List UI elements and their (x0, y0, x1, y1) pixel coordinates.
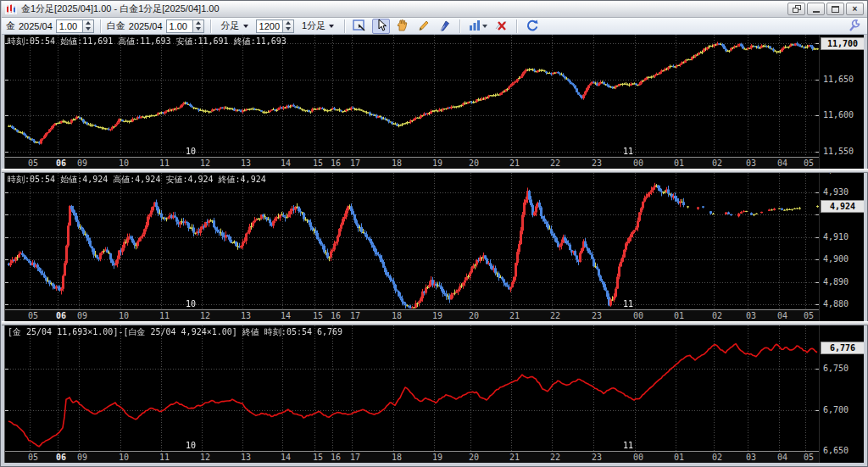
time-axis-label: 23 (586, 158, 608, 168)
settings-wrench-button[interactable] (845, 19, 863, 34)
date-boundary-label: 10 (177, 441, 196, 450)
pen-icon (437, 19, 453, 34)
spread-chart-canvas[interactable] (5, 325, 819, 451)
time-axis-label: 19 (426, 453, 448, 462)
time-axis-label: 02 (706, 158, 728, 168)
spread-chart-panel: [金 25/04 11,693×1.00]-[白金 25/04 4,924×1.… (4, 325, 864, 463)
time-axis-label: 18 (386, 158, 408, 168)
gold-current-price: 11,700 (821, 37, 864, 50)
gold-label: 金 (6, 19, 15, 32)
bar-period-dropdown[interactable]: 1分足 (298, 19, 338, 33)
time-axis-label: 21 (504, 158, 526, 168)
gold-chart-panel: 時刻:05:54 始値:11,691 高値:11,693 安値:11,691 終… (4, 35, 864, 169)
clear-drawings-button[interactable] (492, 19, 510, 34)
price-axis-label: 4,900 (823, 254, 849, 264)
platinum-current-price: 4,924 (821, 200, 864, 213)
refresh-button[interactable] (523, 19, 541, 34)
refresh-icon (525, 19, 540, 34)
bar-count-spin-buttons[interactable] (282, 20, 293, 32)
date-boundary-label: 11 (615, 147, 633, 156)
price-axis-label: 4,880 (823, 299, 849, 309)
maximize-button[interactable] (826, 3, 844, 15)
price-axis-label: 4,890 (823, 277, 849, 286)
bar-type-value: 分足 (221, 19, 240, 32)
time-axis-label: 04 (771, 158, 793, 168)
select-cursor-button[interactable] (372, 19, 390, 34)
price-axis-label: 6,750 (823, 364, 849, 373)
pan-hand-button[interactable] (393, 19, 411, 34)
time-axis-label: 11 (153, 158, 175, 168)
price-axis-label: 6,650 (823, 446, 849, 455)
time-axis-label: 14 (275, 158, 297, 168)
time-axis-label: 13 (235, 311, 257, 320)
time-axis-label: 00 (627, 453, 649, 462)
time-axis-label: 22 (544, 453, 566, 462)
time-axis-label: 14 (275, 311, 297, 320)
time-axis-label: 00 (627, 158, 649, 168)
chart-type-caret (482, 25, 487, 28)
time-axis-label: 13 (235, 158, 257, 168)
time-axis-label: 13 (235, 453, 257, 462)
toolbar: 金 2025/04 1.00 白金 2025/04 1.00 分足 1200 1… (2, 18, 867, 35)
pencil-icon (416, 19, 431, 34)
time-axis-label: 20 (463, 311, 485, 320)
time-axis-label: 14 (275, 453, 297, 462)
time-axis-label: 23 (586, 453, 608, 462)
time-axis-label: 00 (627, 311, 649, 320)
pan-hand-icon (395, 19, 410, 34)
chart-type-button[interactable] (466, 19, 489, 34)
price-axis-label: 4,930 (823, 187, 849, 197)
platinum-ohlc-readout: 時刻:05:54 始値:4,924 高値:4,924 安値:4,924 終値:4… (8, 174, 266, 186)
gold-chart-canvas[interactable] (5, 35, 819, 157)
date-boundary-label: 11 (615, 299, 633, 309)
time-axis-label: 17 (344, 158, 366, 168)
time-axis-label: 04 (771, 453, 793, 462)
time-axis-label: 01 (668, 311, 690, 320)
spread-formula-readout: [金 25/04 11,693×1.00]-[白金 25/04 4,924×1.… (8, 326, 342, 338)
toolbar-separator (100, 19, 101, 33)
time-axis-label: 19 (426, 158, 448, 168)
zoom-range-button[interactable] (351, 19, 369, 34)
platinum-label: 白金 (107, 19, 125, 32)
close-button[interactable]: × (846, 3, 864, 15)
gold-multiplier-spinner[interactable]: 1.00 (56, 19, 94, 33)
toolbar-separator (344, 19, 345, 33)
date-boundary-label: 11 (615, 441, 633, 450)
time-axis-label: 22 (544, 311, 566, 320)
time-axis-label: 02 (706, 453, 728, 462)
bar-count-value[interactable]: 1200 (257, 20, 282, 32)
time-axis-label: 05 (22, 311, 44, 320)
platinum-chart-panel: 時刻:05:54 始値:4,924 高値:4,924 安値:4,924 終値:4… (4, 173, 864, 321)
bar-count-spinner[interactable]: 1200 (256, 19, 294, 33)
time-axis-label: 10 (113, 311, 135, 320)
spread-current-price: 6,776 (821, 342, 864, 354)
minimize-button[interactable] (807, 3, 825, 15)
time-axis-label: 03 (740, 158, 762, 168)
price-axis-label: 4,940 (823, 173, 849, 175)
platinum-chart-canvas[interactable] (5, 173, 819, 309)
pen-button[interactable] (436, 19, 453, 34)
time-axis-label: 11 (153, 453, 175, 462)
platinum-multiplier-value[interactable]: 1.00 (167, 20, 192, 32)
time-axis-label: 10 (113, 158, 135, 168)
cascade-window-button[interactable] (787, 3, 805, 15)
platinum-multiplier-spin-buttons[interactable] (192, 20, 203, 32)
gold-ohlc-readout: 時刻:05:54 始値:11,691 高値:11,693 安値:11,691 終… (8, 36, 287, 47)
gold-multiplier-value[interactable]: 1.00 (57, 20, 82, 32)
pencil-button[interactable] (415, 19, 432, 34)
app-window: 金1分足[2025/04]1.00 - 白金1分足[2025/04]1.00 ×… (0, 0, 868, 467)
gold-multiplier-spin-buttons[interactable] (82, 20, 93, 32)
gold-price-axis: 11,700 11,65011,60011,550 (819, 35, 864, 169)
time-axis-label: 03 (740, 311, 762, 320)
platinum-time-axis: 0506091011121314151617181920212223000102… (5, 309, 864, 321)
chart-type-icon (468, 19, 481, 34)
toolbar-separator (516, 19, 517, 33)
bar-type-dropdown[interactable]: 分足 (217, 19, 253, 33)
platinum-multiplier-spinner[interactable]: 1.00 (166, 19, 204, 33)
time-axis-label: 06 (50, 158, 72, 168)
time-axis-label: 01 (668, 158, 690, 168)
app-candlestick-icon (5, 4, 17, 14)
time-axis-label: 09 (71, 311, 93, 320)
time-axis-label: 20 (463, 453, 485, 462)
time-axis-label: 12 (194, 311, 216, 320)
